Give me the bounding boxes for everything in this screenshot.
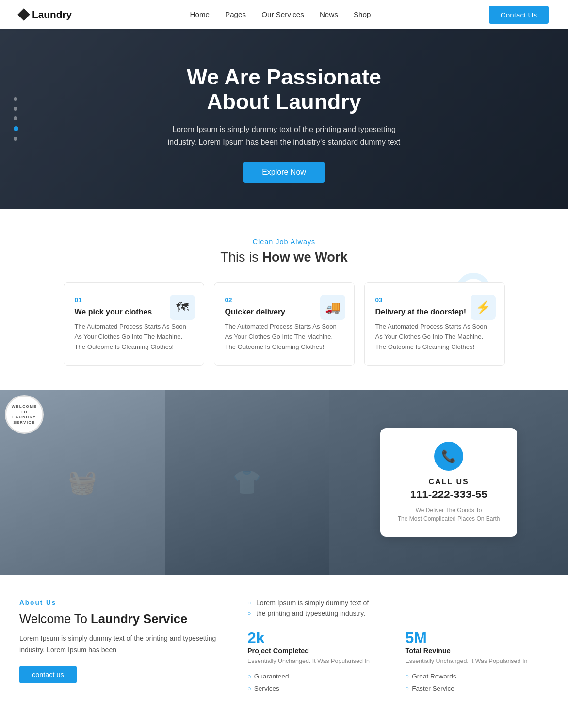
work-card-3: 03 Delivery at the doorstep! The Automat…	[364, 282, 505, 366]
services-icon: ○	[247, 685, 251, 692]
hero-slider-dots	[14, 97, 18, 141]
gallery-images: 🧺 👕	[0, 390, 329, 575]
feature-guaranteed: ○ Guaranteed	[247, 673, 391, 680]
faster-service-icon: ○	[406, 685, 409, 692]
about-label: About Us	[19, 599, 233, 606]
how-section-title: This is How we Work	[19, 249, 549, 265]
card-desc-1: The Automated Process Starts As Soon As …	[75, 321, 193, 352]
feature-faster-service-label: Faster Service	[412, 685, 454, 692]
about-contact-button[interactable]: contact us	[19, 666, 77, 683]
work-cards-container: 01 We pick your clothes The Automated Pr…	[19, 282, 549, 366]
news-link[interactable]: News	[320, 10, 338, 18]
call-number: 111-222-333-55	[398, 488, 500, 501]
navbar: Laundry Home Pages Our Services News Sho…	[0, 0, 568, 29]
card-desc-3: The Automated Process Starts As Soon As …	[375, 321, 494, 352]
work-card-2: 02 Quicker delivery The Automated Proces…	[214, 282, 355, 366]
delivery-truck-icon: 🚚	[320, 295, 345, 320]
about-section: About Us Welcome To Laundry Service Lore…	[0, 575, 568, 711]
hero-section: We Are Passionate About Laundry Lorem Ip…	[0, 29, 568, 209]
hero-dot-5[interactable]	[14, 137, 17, 141]
how-we-work-section: Clean Job Always This is How we Work 01 …	[0, 209, 568, 385]
call-section: 📞 CALL US 111-222-333-55 We Deliver The …	[329, 390, 568, 575]
logo[interactable]: Laundry	[19, 9, 72, 20]
feature-great-rewards: ○ Great Rewards	[406, 673, 549, 680]
about-left-col: About Us Welcome To Laundry Service Lore…	[19, 599, 233, 692]
call-label: CALL US	[398, 478, 500, 486]
call-subtext: We Deliver The Goods To The Most Complic…	[398, 506, 500, 523]
about-list-item-2: the printing and typesetting industry.	[247, 610, 549, 617]
features-row-1: ○ Guaranteed ○ Great Rewards	[247, 673, 549, 680]
card-desc-2: The Automated Process Starts As Soon As …	[225, 321, 343, 352]
shop-link[interactable]: Shop	[354, 10, 371, 18]
stat-revenue-label: Total Revinue	[406, 647, 549, 655]
lightning-icon: ⚡	[471, 295, 496, 320]
call-card: 📞 CALL US 111-222-333-55 We Deliver The …	[380, 428, 518, 537]
stat-revenue: 5M Total Revinue Essentially Unchanged. …	[406, 629, 549, 666]
great-rewards-icon: ○	[406, 673, 409, 680]
hero-dot-1[interactable]	[14, 97, 17, 101]
welcome-badge: Welcome To Laundry Service	[5, 395, 44, 434]
gallery-call-section: Welcome To Laundry Service 🧺 👕 📞 CALL US…	[0, 390, 568, 575]
home-link[interactable]: Home	[190, 10, 210, 18]
nav-links: Home Pages Our Services News Shop	[190, 10, 371, 19]
gallery-image-2: 👕	[165, 390, 330, 575]
stat-projects-desc: Essentially Unchanged. It Was Popularise…	[247, 657, 391, 666]
about-desc: Lorem Ipsum is simply dummy text of the …	[19, 633, 233, 656]
hero-content: We Are Passionate About Laundry Lorem Ip…	[148, 35, 420, 202]
feature-guaranteed-label: Guaranteed	[254, 673, 289, 680]
stat-projects-number: 2k	[247, 629, 391, 647]
work-card-1: 01 We pick your clothes The Automated Pr…	[64, 282, 204, 366]
hero-dot-3[interactable]	[14, 116, 17, 120]
about-list-item-1: Lorem Ipsum is simply dummy text of	[247, 599, 549, 607]
how-section-label: Clean Job Always	[19, 238, 549, 246]
features-row-2: ○ Services ○ Faster Service	[247, 685, 549, 692]
stat-revenue-number: 5M	[406, 629, 549, 647]
about-title: Welcome To Laundry Service	[19, 612, 233, 626]
contact-button[interactable]: Contact Us	[489, 6, 549, 24]
hero-title: We Are Passionate About Laundry	[158, 65, 410, 115]
map-icon: 🗺	[170, 295, 195, 320]
phone-icon: 📞	[434, 442, 463, 471]
about-list: Lorem Ipsum is simply dummy text of the …	[247, 599, 549, 617]
feature-faster-service: ○ Faster Service	[406, 685, 549, 692]
feature-services-label: Services	[254, 685, 279, 692]
stats-row: 2k Project Completed Essentially Unchang…	[247, 629, 549, 666]
explore-now-button[interactable]: Explore Now	[243, 162, 325, 183]
logo-text: Laundry	[32, 9, 72, 20]
feature-great-rewards-label: Great Rewards	[412, 673, 456, 680]
stat-projects-label: Project Completed	[247, 647, 391, 655]
hero-dot-2[interactable]	[14, 107, 17, 111]
feature-services: ○ Services	[247, 685, 391, 692]
about-right-col: Lorem Ipsum is simply dummy text of the …	[247, 599, 549, 692]
hero-subtitle: Lorem Ipsum is simply dummy text of the …	[158, 123, 410, 148]
our-services-link[interactable]: Our Services	[261, 10, 304, 18]
hero-dot-4[interactable]	[14, 126, 18, 131]
stat-projects: 2k Project Completed Essentially Unchang…	[247, 629, 391, 666]
guaranteed-icon: ○	[247, 673, 251, 680]
logo-diamond-icon	[17, 8, 30, 20]
pages-link[interactable]: Pages	[225, 10, 246, 18]
stat-revenue-desc: Essentially Unchanged. It Was Popularise…	[406, 657, 549, 666]
